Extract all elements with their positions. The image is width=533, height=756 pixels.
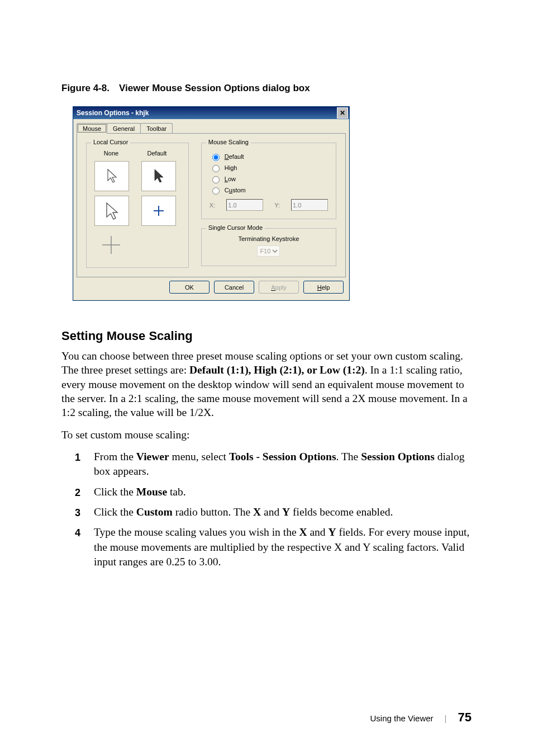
radio-default[interactable]	[212, 154, 220, 161]
apply-button[interactable]: Apply	[259, 281, 299, 294]
page-number: 75	[458, 710, 472, 725]
cursor-option-none-cross[interactable]	[94, 230, 128, 259]
tab-mouse[interactable]: Mouse	[77, 123, 107, 134]
footer-divider: |	[445, 714, 447, 723]
cursor-option-none-arrow-outline[interactable]	[94, 161, 129, 191]
section-heading: Setting Mouse Scaling	[61, 329, 472, 343]
ok-button[interactable]: OK	[169, 281, 210, 294]
x-input[interactable]	[226, 199, 263, 211]
step-1: From the Viewer menu, select Tools - Ses…	[75, 450, 472, 479]
cursor-icon	[104, 201, 120, 220]
radio-high-row[interactable]: High	[210, 163, 328, 172]
local-cursor-title: Local Cursor	[91, 139, 130, 145]
crosshair-icon	[101, 235, 121, 255]
step-4: Type the mouse scaling values you wish i…	[75, 525, 472, 569]
footer-section: Using the Viewer	[370, 714, 433, 723]
plus-icon	[152, 204, 165, 218]
mouse-scaling-title: Mouse Scaling	[206, 139, 251, 145]
col-default: Default	[140, 150, 174, 157]
preset-names: Default (1:1), High (2:1), or Low (1:2)	[189, 364, 365, 376]
cursor-option-default-arrow-dark[interactable]	[141, 161, 176, 191]
tab-toolbar[interactable]: Toolbar	[140, 123, 173, 133]
local-cursor-group: Local Cursor None Default	[86, 143, 189, 268]
cursor-option-default-plus[interactable]	[141, 196, 176, 226]
radio-high-label: High	[225, 164, 237, 171]
paragraph-2: To set custom mouse scaling:	[61, 428, 472, 442]
radio-custom-label: Custom	[225, 187, 246, 193]
radio-low-label: Low	[225, 176, 236, 182]
figure-caption: Figure 4-8. Viewer Mouse Session Options…	[61, 83, 472, 94]
cancel-button[interactable]: Cancel	[214, 281, 254, 294]
terminating-keystroke-select[interactable]: F10	[257, 245, 280, 257]
radio-default-row[interactable]: Default	[210, 152, 328, 161]
radio-low-row[interactable]: Low	[210, 174, 328, 183]
single-cursor-title: Single Cursor Mode	[206, 224, 265, 231]
tab-general[interactable]: General	[107, 123, 141, 133]
radio-default-label: Default	[225, 153, 244, 160]
radio-custom-row[interactable]: Custom	[210, 186, 328, 195]
y-input[interactable]	[291, 199, 328, 211]
col-none: None	[94, 150, 128, 157]
radio-custom[interactable]	[212, 187, 220, 195]
page-footer: Using the Viewer | 75	[370, 710, 472, 725]
close-button[interactable]: ✕	[337, 107, 348, 119]
cursor-icon	[153, 168, 165, 184]
terminating-keystroke-label: Terminating Keystroke	[210, 235, 328, 242]
single-cursor-group: Single Cursor Mode Terminating Keystroke…	[201, 228, 336, 266]
radio-high[interactable]	[212, 165, 220, 172]
dialog-titlebar[interactable]: Session Options - khjk ✕	[73, 107, 349, 119]
session-options-dialog: Session Options - khjk ✕ Mouse General T…	[73, 106, 350, 301]
dialog-title: Session Options - khjk	[77, 109, 149, 117]
cursor-option-none-arrow-large[interactable]	[94, 196, 129, 226]
step-2: Click the Mouse tab.	[75, 485, 472, 499]
y-label: Y:	[274, 202, 280, 209]
paragraph-1: You can choose between three preset mous…	[61, 349, 472, 420]
x-label: X:	[210, 202, 215, 209]
step-3: Click the Custom radio button. The X and…	[75, 505, 472, 519]
help-button[interactable]: Help	[303, 281, 344, 294]
mouse-scaling-group: Mouse Scaling Default High Low	[201, 143, 336, 219]
close-icon: ✕	[340, 109, 345, 117]
cursor-icon	[106, 168, 118, 184]
radio-low[interactable]	[212, 176, 220, 183]
